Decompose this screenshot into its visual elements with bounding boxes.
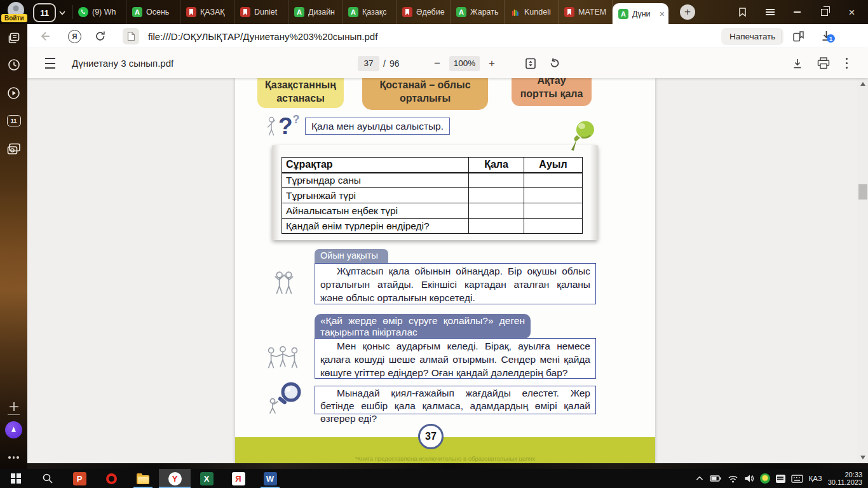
browser-tab-dunietanu-active[interactable]: A Дүни × xyxy=(613,3,668,24)
window-controls: × xyxy=(729,0,865,24)
tab-label: Duniet xyxy=(254,8,284,17)
zoom-in-icon[interactable]: + xyxy=(489,57,495,70)
close-button[interactable]: × xyxy=(838,0,865,24)
pdf-print-icon[interactable] xyxy=(817,48,830,78)
browser-tab-kazak[interactable]: ҚАЗАҚ xyxy=(180,0,234,24)
yandex-disk-icon[interactable] xyxy=(760,473,770,484)
pdf-download-icon[interactable] xyxy=(792,48,803,78)
taskbar-powerpoint[interactable]: P xyxy=(64,469,95,488)
notifications-icon[interactable] xyxy=(776,475,785,483)
copyright-note: *Книга предоставлена исключительно в обр… xyxy=(235,455,655,462)
tray-date: 30.11.2023 xyxy=(828,478,862,487)
tab-close-icon[interactable]: × xyxy=(660,10,665,18)
debate-text-box: Мен қоныс аударғым келеді. Бірақ, ауылға… xyxy=(315,338,596,379)
taskbar-search-button[interactable] xyxy=(32,469,64,488)
browser-tab-kundelik[interactable]: Kundeli xyxy=(505,0,559,24)
bookmarks-panel-icon[interactable] xyxy=(729,0,756,24)
yandex-ya-icon: Я xyxy=(232,472,245,485)
tabs-dropdown-chevron-icon[interactable] xyxy=(58,8,66,19)
touch-keyboard-icon[interactable] xyxy=(791,475,803,483)
sidebar-video-play-icon[interactable] xyxy=(0,84,27,102)
vertical-scrollbar[interactable] xyxy=(857,78,868,463)
tray-expand-chevron-icon[interactable] xyxy=(695,475,704,482)
yandex-browser-icon[interactable]: Я xyxy=(68,24,81,48)
task-prompt-box: Қала мен ауылды салыстыр. xyxy=(305,118,450,135)
sidebar-add-icon[interactable] xyxy=(0,398,27,416)
table-row: Тұрғынжай түрі xyxy=(282,188,583,203)
sidebar-history-clock-icon[interactable] xyxy=(0,56,27,74)
page-file-icon[interactable] xyxy=(123,24,139,48)
scroll-up-arrow[interactable] xyxy=(860,82,865,86)
browser-tab-adebie[interactable]: Әдебие xyxy=(397,0,451,24)
taskbar-opera[interactable] xyxy=(95,469,127,488)
browser-tab-bar: Войти 11 (9) Wh A Осень ҚАЗАҚ xyxy=(0,0,868,24)
rotate-page-icon[interactable] xyxy=(548,48,560,78)
browser-tab-duniet[interactable]: Duniet xyxy=(234,0,288,24)
column-header-city: Қала xyxy=(469,158,524,173)
url-field[interactable]: file:///D:/ОҚУЛЫҚТАР/Дуниетану%203%20сын… xyxy=(148,24,377,48)
yandex-browser-icon: Y xyxy=(168,472,182,485)
column-header-questions: Сұрақтар xyxy=(282,158,469,173)
browser-tab-whatsapp[interactable]: (9) Wh xyxy=(72,0,126,24)
browser-tab-matem[interactable]: МАТЕМ xyxy=(559,0,613,24)
taskbar-word[interactable]: W xyxy=(254,469,286,488)
table-cell-empty xyxy=(524,188,583,203)
tab-label: Қазақс xyxy=(362,8,392,17)
back-button[interactable] xyxy=(39,24,50,48)
tab-label: Әдебие xyxy=(416,8,446,17)
restore-button[interactable] xyxy=(811,0,838,24)
zoom-out-icon[interactable]: − xyxy=(434,57,440,70)
login-button[interactable]: Войти xyxy=(1,14,27,22)
start-button[interactable] xyxy=(0,469,32,488)
green-a-icon: A xyxy=(294,7,304,17)
downloads-icon[interactable]: 1 xyxy=(820,24,836,48)
browser-tab-kazaks[interactable]: A Қазақс xyxy=(342,0,397,24)
column-header-village: Ауыл xyxy=(524,158,583,173)
battery-icon[interactable] xyxy=(710,474,722,483)
fit-page-icon[interactable] xyxy=(524,48,537,78)
sidebar-more-icon[interactable] xyxy=(0,449,27,466)
pdf-menu-icon[interactable] xyxy=(45,48,55,78)
language-indicator[interactable]: ҚАЗ xyxy=(809,475,822,482)
taskbar-excel[interactable]: X xyxy=(191,469,222,488)
taskbar-yandex-app[interactable]: Я xyxy=(222,469,254,488)
page-number-input[interactable]: 37 xyxy=(358,56,379,71)
sidebar-feed-icon[interactable] xyxy=(0,29,27,47)
reload-icon[interactable] xyxy=(95,24,106,48)
tab-counter-button[interactable]: 11 xyxy=(33,3,56,22)
minimize-button[interactable] xyxy=(783,0,811,24)
browser-menu-icon[interactable] xyxy=(756,0,783,24)
tab-label: МАТЕМ xyxy=(578,8,608,17)
scroll-down-arrow[interactable] xyxy=(860,456,865,459)
download-count-badge: 1 xyxy=(827,34,835,43)
table-cell-empty xyxy=(469,188,524,203)
topic-box-aktau: Ақтау портты қала xyxy=(512,78,592,106)
collections-icon[interactable] xyxy=(792,24,804,48)
sidebar-tab-counter-icon[interactable]: 11 xyxy=(0,112,27,130)
pdf-more-options-icon[interactable] xyxy=(846,48,848,78)
sidebar-screenshot-icon[interactable] xyxy=(0,140,27,158)
taskbar-yandex-browser-active[interactable]: Y xyxy=(159,469,191,488)
address-bar: Я file:///D:/ОҚУЛЫҚТАР/Дуниетану%203%20с… xyxy=(27,24,868,48)
browser-tab-zharat[interactable]: A Жарать xyxy=(451,0,505,24)
red-textbook-icon xyxy=(402,7,412,17)
alice-assistant-icon[interactable] xyxy=(0,421,27,438)
red-textbook-icon xyxy=(564,7,574,17)
page-total: 96 xyxy=(390,58,400,69)
clock[interactable]: 20:33 30.11.2023 xyxy=(828,471,862,487)
excel-icon: X xyxy=(200,472,214,485)
zoom-level[interactable]: 100% xyxy=(449,56,480,71)
green-a-icon: A xyxy=(348,7,358,17)
taskbar-file-explorer[interactable] xyxy=(127,469,159,488)
scrollbar-thumb[interactable] xyxy=(858,184,867,200)
browser-tab-osen[interactable]: A Осень xyxy=(126,0,180,24)
table-cell-question: Тұрғындар саны xyxy=(282,173,469,188)
table-cell-empty xyxy=(524,203,583,219)
wifi-icon[interactable] xyxy=(728,475,738,483)
browser-tab-dizain[interactable]: A Дизайн xyxy=(288,0,342,24)
print-shortcut-button[interactable]: Напечатать xyxy=(721,24,783,48)
pdf-page: Қазақстанның астанасы Қостанай – облыс о… xyxy=(235,78,655,463)
volume-icon[interactable] xyxy=(744,474,754,483)
new-tab-button[interactable]: + xyxy=(680,4,695,20)
file-explorer-icon xyxy=(137,475,149,484)
